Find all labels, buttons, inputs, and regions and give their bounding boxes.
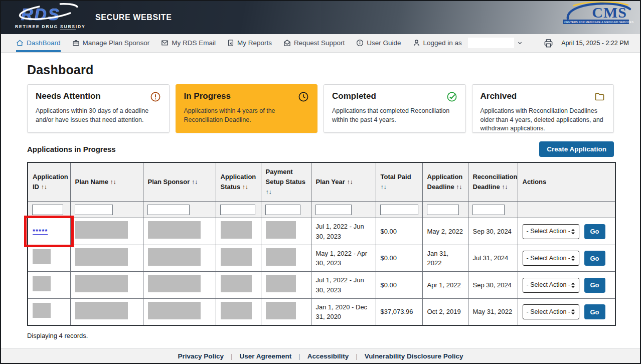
plan-sponsor-cell [143,272,216,299]
col-label: Actions [523,178,547,186]
reconciliation-deadline-cell: Sep 30, 2024 [468,272,518,299]
page-title: Dashboard [27,63,614,77]
redacted-value [221,302,252,319]
footer-link-user-agreement[interactable]: User Agreement [240,352,292,360]
total-paid-cell: $0.00 [376,272,422,299]
go-button[interactable]: Go [584,304,605,319]
info-icon [356,39,364,47]
plan-name-cell [70,272,143,299]
filter-cell [216,202,261,218]
col-header-application-deadline[interactable]: Application Deadline ↑↓ [422,162,468,202]
actions-cell: - Select Action -Go [518,218,615,245]
logged-in-user-redacted [468,38,514,48]
go-button[interactable]: Go [584,278,605,293]
filter-total-paid-input[interactable] [380,205,418,215]
nav-item-user-guide[interactable]: User Guide [356,34,401,52]
nav-items: DashBoard Manage Plan Sponsor My RDS Ema… [16,34,523,52]
printer-icon[interactable] [544,39,553,48]
card-in-progress[interactable]: In Progress Applications within 4 years … [176,84,318,133]
records-summary: Displaying 4 records. [27,332,614,339]
actions-cell: - Select Action -Go [518,298,615,325]
action-select-label: - Select Action - [527,227,571,236]
redacted-value [148,248,201,266]
payment-setup-status-cell [261,272,311,299]
col-label: Application Status [221,173,256,191]
redacted-value [148,221,201,239]
card-needs-attention[interactable]: Needs Attention Applications within 30 d… [27,84,170,133]
footer-link-privacy-policy[interactable]: Privacy Policy [178,352,224,360]
col-header-plan-sponsor[interactable]: Plan Sponsor ↑↓ [143,162,216,202]
col-header-plan-name[interactable]: Plan Name ↑↓ [70,162,143,202]
action-select[interactable]: - Select Action - [523,224,579,239]
redacted-value [148,302,201,319]
redacted-value [75,275,128,292]
application-deadline-cell: Apr 1, 2022 [422,272,468,299]
col-header-actions: Actions [518,162,615,202]
application-status-cell [216,272,261,299]
nav-item-label: DashBoard [27,39,61,47]
briefcase-icon [72,39,80,47]
table-row: Jan 1, 2020 - Dec 31, 2020 $37,073.96 Oc… [28,298,615,325]
card-description: Applications within 4 years of the Recon… [184,107,309,124]
redacted-value [75,221,128,239]
action-select[interactable]: - Select Action - [523,251,579,266]
col-header-payment-setup-status[interactable]: Payment Setup Status ↑↓ [261,162,311,202]
sort-icon: ↑↓ [266,189,272,196]
nav-item-my-rds-email[interactable]: My RDS Email [161,34,216,52]
application-id-link[interactable]: ***** [33,228,48,235]
filter-cell [311,202,376,218]
filter-plan-sponsor-input[interactable] [147,205,190,215]
application-status-cell [216,218,261,245]
col-label: Plan Name [75,178,108,186]
application-status-cell [216,245,261,272]
application-id-cell [28,272,70,299]
reconciliation-deadline-cell: Sep 30, 2024 [468,218,518,245]
redacted-value [148,275,201,292]
section-title: Applications in Progress [27,145,116,153]
filter-application-deadline-input[interactable] [427,205,459,215]
person-icon [413,39,420,47]
actions-cell: - Select Action -Go [518,272,615,299]
card-completed[interactable]: Completed Applications that completed Re… [324,84,466,133]
logged-in-as-select[interactable]: Logged in as [413,34,523,52]
col-header-application-status[interactable]: Application Status ↑↓ [216,162,261,202]
col-header-plan-year[interactable]: Plan Year ↑↓ [311,162,376,202]
col-header-reconciliation-deadline[interactable]: Reconciliation Deadline ↑↓ [468,162,518,202]
filter-payment-setup-status-input[interactable] [265,205,300,215]
card-description: Applications within 30 days of a deadlin… [36,107,161,124]
col-label: Application ID [33,173,68,191]
filter-reconciliation-deadline-input[interactable] [472,205,505,215]
application-id-cell: ***** [28,218,70,245]
nav-item-label: My RDS Email [172,39,216,47]
filter-plan-year-input[interactable] [315,205,352,215]
nav-item-request-support[interactable]: Request Support [283,34,345,52]
card-archived[interactable]: Archived Applications with Reconciliatio… [472,84,614,133]
filter-cell [468,202,518,218]
redacted-value [75,248,128,266]
status-cards: Needs Attention Applications within 30 d… [27,84,614,133]
plan-year-cell: May 1, 2022 - Apr 30, 2023 [311,245,376,272]
footer-separator: | [298,352,300,360]
nav-item-dashboard[interactable]: DashBoard [16,34,61,52]
table-row: May 1, 2022 - Apr 30, 2023 $0.00 Jan 31,… [28,245,615,272]
filter-application-id-input[interactable] [32,205,63,215]
col-header-application-id[interactable]: Application ID ↑↓ [28,162,70,202]
action-select[interactable]: - Select Action - [523,278,579,293]
footer-link-accessibility[interactable]: Accessibility [307,352,349,360]
sort-icon: ↑↓ [110,178,116,186]
filter-application-status-input[interactable] [220,205,255,215]
total-paid-cell: $37,073.96 [376,298,422,325]
go-button[interactable]: Go [584,251,605,266]
action-select[interactable]: - Select Action - [523,304,579,319]
footer-link-vulnerability-disclosure-policy[interactable]: Vulnerability Disclosure Policy [365,352,463,360]
filter-plan-name-input[interactable] [75,205,113,215]
nav-item-my-reports[interactable]: My Reports [227,34,272,52]
nav-item-label: User Guide [367,39,401,47]
go-button[interactable]: Go [584,224,605,239]
create-application-button[interactable]: Create Application [539,141,614,157]
col-header-total-paid[interactable]: Total Paid ↑↓ [376,162,422,202]
table-filter-row [28,202,615,218]
date-time-label: April 15, 2025 - 2:22 PM [561,40,629,47]
nav-item-manage-plan-sponsor[interactable]: Manage Plan Sponsor [72,34,150,52]
application-deadline-cell: Oct 2, 2019 [422,298,468,325]
